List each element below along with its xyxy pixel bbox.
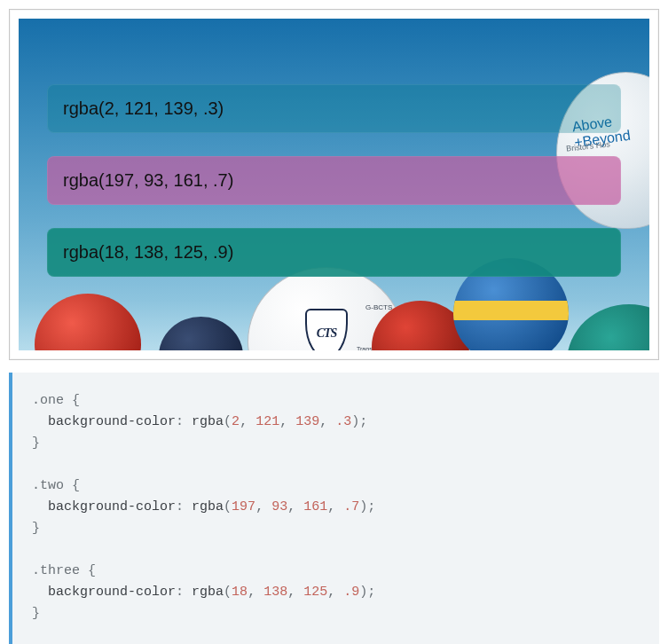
rgba-bar-three: rgba(18, 138, 125, .9) [47,228,621,277]
rgba-bar-one-label: rgba(2, 121, 139, .3) [63,98,224,118]
rgba-bar-one: rgba(2, 121, 139, .3) [47,84,621,133]
rgba-bar-three-label: rgba(18, 138, 125, .9) [63,242,233,262]
cts-shield: CTS [305,309,348,350]
css-code: .one { background-color: rgba(2, 121, 13… [32,390,640,624]
css-code-block: .one { background-color: rgba(2, 121, 13… [9,373,659,644]
demo-preview-frame: CTS G‑BCTS Transport Services Above +Bey… [9,9,659,360]
balloon-registration: G‑BCTS [365,303,392,311]
rgba-bar-two: rgba(197, 93, 161, .7) [47,156,621,205]
demo-preview: CTS G‑BCTS Transport Services Above +Bey… [19,19,649,350]
rgba-bar-two-label: rgba(197, 93, 161, .7) [63,170,233,190]
rgba-bars-container: rgba(2, 121, 139, .3) rgba(197, 93, 161,… [47,84,621,277]
